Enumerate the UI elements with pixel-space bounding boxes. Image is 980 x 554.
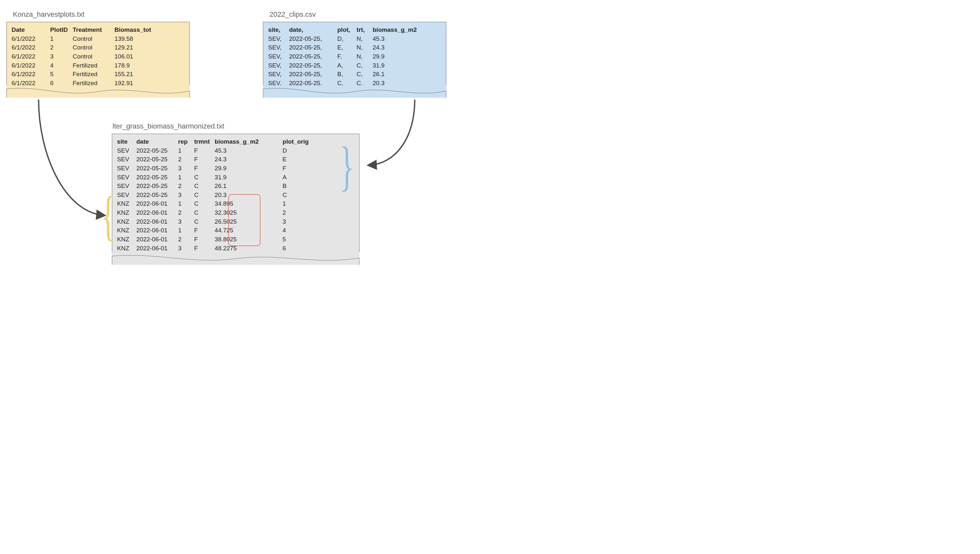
konza-table: Date PlotID Treatment Biomass_tot 6/1/20… (11, 25, 159, 88)
table-row: SEV,2022-05-25,C,C,20.3 (268, 79, 424, 88)
table-row: KNZ2022-06-012C32.30252 (117, 208, 313, 217)
torn-edge-icon (112, 252, 360, 265)
arrow-clips-to-harmonized (369, 100, 415, 165)
table-row: SEV,2022-05-25,F,N,29.9 (268, 52, 424, 61)
table-row: 6/1/20221Control139.58 (11, 34, 159, 43)
col-date: date, (289, 25, 337, 34)
table-row: SEV2022-05-251C31.9A (117, 173, 313, 182)
table-header-row: site date rep trmnt biomass_g_m2 plot_or… (117, 137, 313, 146)
col-plot-orig: plot_orig (263, 137, 313, 146)
source-table-clips: site, date, plot, trt, biomass_g_m2 SEV,… (263, 22, 446, 98)
arrow-konza-to-harmonized (38, 100, 104, 215)
table-header-row: site, date, plot, trt, biomass_g_m2 (268, 25, 424, 34)
table-row: KNZ2022-06-012F38.80255 (117, 235, 313, 244)
col-site: site (117, 137, 136, 146)
table-row: SEV,2022-05-25,E,N,24.3 (268, 43, 424, 52)
table-header-row: Date PlotID Treatment Biomass_tot (11, 25, 159, 34)
table-row: KNZ2022-06-011C34.8951 (117, 199, 313, 208)
col-treatment: Treatment (72, 25, 114, 34)
table-row: 6/1/20224Fertilized178.9 (11, 61, 159, 70)
table-row: 6/1/20225Fertilized155.21 (11, 70, 159, 79)
table-row: SEV2022-05-252F24.3E (117, 155, 313, 164)
table-row: 6/1/20226Fertilized192.91 (11, 79, 159, 88)
table-row: 6/1/20222Control129.21 (11, 43, 159, 52)
col-date: date (136, 137, 178, 146)
col-biomass: biomass_g_m2 (214, 137, 263, 146)
table-row: KNZ2022-06-011F44.7254 (117, 226, 313, 235)
highlight-converted-biomass (228, 194, 260, 246)
col-plot: plot, (337, 25, 356, 34)
table-row: SEV,2022-05-25,D,N,45.3 (268, 34, 424, 43)
col-biomass: Biomass_tot (114, 25, 159, 34)
table-row: SEV,2022-05-25,A,C,31.9 (268, 61, 424, 70)
brace-konza-icon: { (101, 188, 115, 243)
col-trmnt: trmnt (194, 137, 214, 146)
col-plotid: PlotID (50, 25, 72, 34)
table-row: SEV2022-05-253C20.3C (117, 191, 313, 199)
table-row: SEV2022-05-252C26.1B (117, 181, 313, 191)
source-file-label-clips: 2022_clips.csv (269, 10, 316, 19)
col-site: site, (268, 25, 289, 34)
col-biomass: biomass_g_m2 (372, 25, 424, 34)
table-row: SEV2022-05-251F45.3D (117, 146, 313, 155)
diagram-canvas: Konza_harvestplots.txt Date PlotID Treat… (0, 0, 490, 277)
harmonized-table: site date rep trmnt biomass_g_m2 plot_or… (117, 137, 313, 253)
clips-table: site, date, plot, trt, biomass_g_m2 SEV,… (268, 25, 424, 88)
col-date: Date (11, 25, 50, 34)
table-row: 6/1/20223Control106.01 (11, 52, 159, 61)
table-row: KNZ2022-06-013F48.22756 (117, 244, 313, 253)
table-row: SEV2022-05-253F29.9F (117, 164, 313, 173)
col-trt: trt, (356, 25, 372, 34)
harmonized-file-label: lter_grass_biomass_harmonized.txt (113, 122, 224, 131)
brace-sev-icon: } (339, 139, 354, 193)
source-table-konza: Date PlotID Treatment Biomass_tot 6/1/20… (6, 22, 190, 98)
table-row: KNZ2022-06-013C26.50253 (117, 217, 313, 226)
table-row: SEV,2022-05-25,B,C,26.1 (268, 70, 424, 79)
col-rep: rep (178, 137, 194, 146)
source-file-label-konza: Konza_harvestplots.txt (13, 10, 84, 19)
